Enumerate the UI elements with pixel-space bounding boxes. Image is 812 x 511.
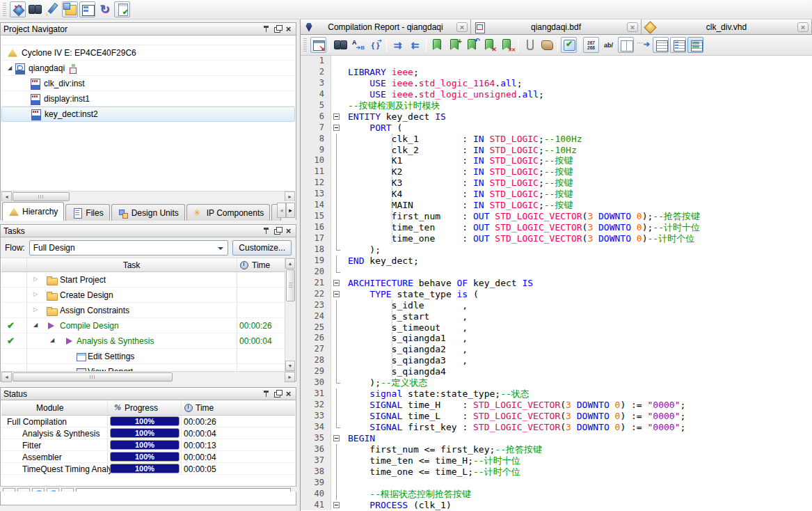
fold-margin[interactable] <box>331 377 344 388</box>
close-tab-icon[interactable] <box>456 22 468 32</box>
code-text[interactable]: K2 : IN STD_LOGIC;--按键 <box>344 166 812 178</box>
code-text[interactable] <box>344 267 812 278</box>
next-bookmark-button[interactable] <box>447 37 463 53</box>
messages-button-5[interactable] <box>61 488 74 492</box>
messages-button-4[interactable] <box>47 488 59 492</box>
code-text[interactable]: first_num : OUT STD_LOGIC_VECTOR(3 DOWNT… <box>344 211 812 222</box>
fold-margin[interactable] <box>331 145 344 156</box>
customize-button[interactable]: Customize... <box>232 240 292 256</box>
indent-button[interactable] <box>390 37 406 53</box>
tree-item-display-inst1[interactable]: display:inst1 <box>1 91 295 107</box>
fold-margin[interactable] <box>331 244 344 256</box>
fold-margin[interactable] <box>331 333 344 344</box>
macro-button[interactable] <box>539 37 555 53</box>
code-text[interactable]: PROCESS (clk_1) <box>344 500 812 511</box>
edit-button[interactable] <box>45 1 61 17</box>
scroll-left-icon[interactable]: ◂ <box>1 191 12 202</box>
fold-margin[interactable] <box>331 78 344 89</box>
editor-tab-compilation-report-qiangdaqi[interactable]: Compilation Report - qiangdaqi <box>301 19 471 34</box>
fold-margin[interactable] <box>331 322 344 333</box>
code-text[interactable]: s_qiangda3 , <box>344 355 812 366</box>
scroll-up-icon[interactable]: ▴ <box>285 258 295 269</box>
fold-margin[interactable] <box>331 222 344 233</box>
scrollbar-thumb[interactable] <box>13 192 70 201</box>
messages-button-1[interactable] <box>3 488 15 492</box>
code-text[interactable]: USE ieee.std_logic_1164.all; <box>344 78 812 89</box>
float-icon[interactable] <box>273 24 282 33</box>
notes-button[interactable] <box>62 1 78 17</box>
previous-bookmark-button[interactable] <box>464 37 480 53</box>
code-text[interactable]: s_qiangda4 <box>344 366 812 377</box>
toolbar-grip[interactable] <box>3 3 6 17</box>
settings-list-button[interactable] <box>79 1 95 17</box>
flow-select[interactable]: Full Design <box>29 240 229 256</box>
task-row-edit-settings[interactable]: Edit Settings <box>1 349 285 364</box>
replace-button[interactable] <box>350 37 366 53</box>
task-row-compile-design[interactable]: Compile Design00:00:26 <box>1 318 285 333</box>
pin-icon[interactable] <box>262 24 271 33</box>
scroll-left-icon[interactable]: ◂ <box>1 372 12 382</box>
tab-design-units[interactable]: Design Units <box>111 204 185 221</box>
expander-icon[interactable] <box>50 337 54 343</box>
toolbar-grip[interactable] <box>303 38 307 52</box>
outline-view-button[interactable] <box>653 37 669 53</box>
code-text[interactable]: K3 : IN STD_LOGIC;--按键 <box>344 178 812 189</box>
tabs-scroll-left-icon[interactable]: ◂ <box>277 203 286 218</box>
code-text[interactable]: s_start , <box>344 311 812 322</box>
indent-view-button[interactable] <box>670 37 686 53</box>
code-text[interactable]: --根据状态控制抢答按键 <box>344 489 812 500</box>
compile-design-button[interactable] <box>10 1 26 17</box>
code-text[interactable]: time_ten <= time_H;--计时十位 <box>344 455 812 466</box>
fold-margin[interactable] <box>331 444 344 455</box>
goto-line-button[interactable]: 267268 <box>583 37 599 53</box>
code-text[interactable]: USE ieee.std_logic_unsigned.all; <box>344 89 812 100</box>
code-text[interactable]: ); <box>344 244 812 256</box>
code-text[interactable]: K4 : IN STD_LOGIC;--按键 <box>344 189 812 200</box>
tree-item-qiangdaqi[interactable]: qiangdaqi <box>1 61 295 76</box>
fold-margin[interactable] <box>331 267 344 278</box>
unindent-button[interactable] <box>407 37 423 53</box>
code-text[interactable]: first_num <= first_key;--抢答按键 <box>344 444 812 455</box>
fold-margin[interactable] <box>331 189 344 200</box>
close-tab-icon[interactable] <box>797 22 809 32</box>
code-text[interactable] <box>344 56 812 67</box>
code-text[interactable]: ARCHITECTURE behave OF key_dect IS <box>344 278 812 289</box>
code-text[interactable] <box>344 478 812 489</box>
fold-margin[interactable] <box>331 478 344 489</box>
tabs-scroll-right-icon[interactable]: ▸ <box>286 203 295 218</box>
fold-margin[interactable] <box>331 455 344 466</box>
editor-tab-qiangdaqi-bdf[interactable]: qiangdaqi.bdf <box>471 19 642 34</box>
code-text[interactable]: s_qiangda2 , <box>344 344 812 355</box>
fold-margin[interactable] <box>331 111 344 123</box>
progress-column-header[interactable]: Progress <box>125 403 158 413</box>
task-row-create-design[interactable]: Create Design <box>1 288 285 303</box>
code-text[interactable]: s_qiangda1 , <box>344 333 812 344</box>
expander-icon[interactable] <box>6 65 14 71</box>
fold-margin[interactable] <box>331 178 344 189</box>
messages-button-3[interactable] <box>32 488 45 492</box>
task-row-view-report[interactable]: View Report <box>1 364 285 371</box>
fold-margin[interactable] <box>331 278 344 289</box>
find-button[interactable] <box>333 37 349 53</box>
expander-icon[interactable] <box>33 276 38 282</box>
code-text[interactable]: signal state:state_type;--状态 <box>344 388 812 400</box>
task-row-analysis-synthesis[interactable]: Analysis & Synthesis00:00:04 <box>1 333 285 349</box>
tasks-vscrollbar[interactable]: ▴ ▾ <box>285 258 295 371</box>
code-text[interactable]: s_idle , <box>344 300 812 311</box>
fold-margin[interactable] <box>331 67 344 78</box>
code-text[interactable]: s_timeout , <box>344 322 812 333</box>
delete-all-bookmarks-button[interactable] <box>499 37 515 53</box>
code-text[interactable]: BEGIN <box>344 433 812 444</box>
code-text[interactable]: time_one <= time_L;--计时个位 <box>344 466 812 478</box>
fold-margin[interactable] <box>331 344 344 355</box>
code-text[interactable]: --按键检测及计时模块 <box>344 100 812 111</box>
code-text[interactable]: PORT ( <box>344 123 812 134</box>
scrollbar-thumb[interactable] <box>286 269 295 301</box>
code-text[interactable]: time_one : OUT STD_LOGIC_VECTOR(3 DOWNTO… <box>344 233 812 244</box>
fold-margin[interactable] <box>331 366 344 377</box>
fold-margin[interactable] <box>331 89 344 100</box>
code-text[interactable]: TYPE state_type is ( <box>344 289 812 300</box>
code-text[interactable]: SIGNAL first_key : STD_LOGIC_VECTOR(3 DO… <box>344 422 812 433</box>
code-text[interactable]: END key_dect; <box>344 256 812 267</box>
fold-margin[interactable] <box>331 100 344 111</box>
